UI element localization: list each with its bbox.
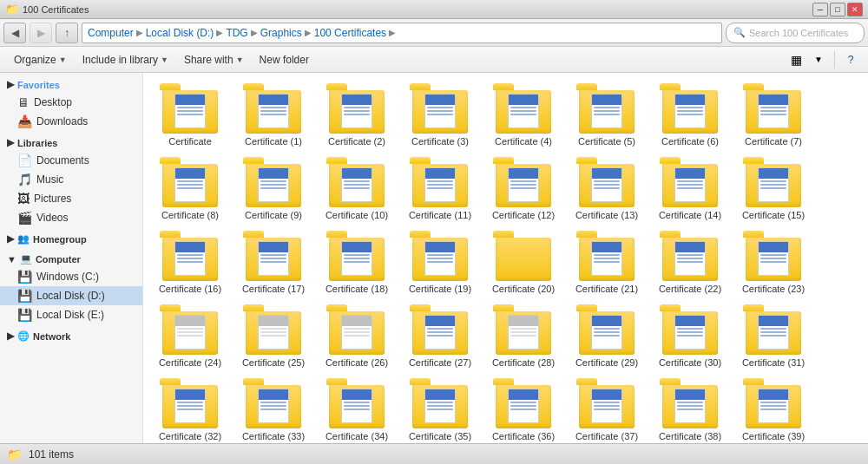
sidebar-favorites-header[interactable]: ▶ Favorites [0, 76, 142, 93]
folder-item[interactable]: Certificate (20) [483, 227, 563, 297]
view-toggle-button[interactable]: ▦ [786, 49, 806, 70]
folder-item[interactable]: Certificate (38) [650, 375, 730, 443]
folder-item[interactable]: Certificate (31) [733, 301, 813, 371]
sidebar-item-documents[interactable]: 📄 Documents [0, 151, 142, 170]
folder-item[interactable]: Certificate (29) [567, 301, 647, 371]
folder-label: Certificate (21) [569, 284, 645, 294]
folder-item[interactable]: Certificate (12) [483, 154, 563, 224]
folder-icon [326, 378, 387, 428]
folder-item[interactable]: Certificate (22) [650, 227, 730, 297]
folder-item[interactable]: Certificate (17) [233, 227, 313, 297]
folder-item[interactable]: Certificate (11) [400, 154, 480, 224]
folder-item[interactable]: Certificate (8) [150, 154, 230, 224]
folder-icon [160, 157, 220, 207]
folder-item[interactable]: Certificate (1) [233, 80, 313, 150]
title-bar-left: 📁 100 Certificates [5, 3, 89, 16]
folder-item[interactable]: Certificate (28) [483, 301, 563, 371]
folder-item[interactable]: Certificate (33) [233, 375, 313, 443]
folder-icon [493, 304, 554, 355]
sidebar-item-localdisk-d[interactable]: 💾 Local Disk (D:) [0, 286, 142, 305]
sidebar-item-music[interactable]: 🎵 Music [0, 170, 142, 189]
folder-item[interactable]: Certificate (13) [567, 154, 647, 224]
folder-icon [243, 231, 304, 281]
folder-item[interactable]: Certificate (3) [400, 80, 480, 150]
sidebar-section-libraries: ▶ Libraries 📄 Documents 🎵 Music 🖼 Pictur… [0, 134, 142, 227]
folder-label: Certificate (25) [235, 357, 312, 368]
folder-icon [243, 378, 304, 428]
breadcrumb[interactable]: Computer ▶ Local Disk (D:) ▶ TDG ▶ Graph… [82, 23, 722, 43]
view-options-button[interactable]: ▼ [808, 49, 829, 70]
folder-icon [410, 304, 470, 355]
sidebar-item-pictures[interactable]: 🖼 Pictures [0, 189, 142, 208]
forward-button[interactable]: ▶ [30, 23, 52, 43]
folder-icon [160, 231, 220, 281]
folder-label: Certificate (27) [402, 357, 478, 368]
folder-item[interactable]: Certificate (5) [567, 80, 647, 150]
folder-item[interactable]: Certificate (26) [317, 301, 397, 371]
toolbar: Organize ▼ Include in library ▼ Share wi… [0, 47, 868, 73]
folder-icon [410, 157, 470, 207]
sidebar-item-downloads[interactable]: 📥 Downloads [0, 112, 142, 131]
folder-item[interactable]: Certificate (32) [150, 375, 230, 443]
folder-item[interactable]: Certificate (25) [233, 301, 313, 371]
folder-icon [493, 231, 554, 281]
folder-item[interactable]: Certificate (6) [650, 80, 730, 150]
include-in-library-button[interactable]: Include in library ▼ [76, 49, 175, 70]
help-button[interactable]: ? [840, 49, 861, 70]
folder-item[interactable]: Certificate (30) [650, 301, 730, 371]
doc-inside [424, 167, 456, 202]
folder-item[interactable]: Certificate (19) [400, 227, 480, 297]
folder-item[interactable]: Certificate (21) [567, 227, 647, 297]
breadcrumb-tdg[interactable]: TDG [226, 27, 247, 39]
folder-item[interactable]: Certificate (7) [733, 80, 813, 150]
folder-item[interactable]: Certificate (36) [483, 375, 563, 443]
breadcrumb-localdisk-d[interactable]: Local Disk (D:) [146, 27, 214, 39]
organize-button[interactable]: Organize ▼ [7, 49, 74, 70]
doc-inside [508, 389, 539, 423]
folder-item[interactable]: Certificate (35) [400, 375, 480, 443]
folder-item[interactable]: Certificate (9) [233, 154, 313, 224]
folder-item[interactable]: Certificate (27) [400, 301, 480, 371]
folder-item[interactable]: Certificate (34) [317, 375, 397, 443]
doc-inside [258, 241, 289, 276]
share-with-button[interactable]: Share with ▼ [177, 49, 251, 70]
breadcrumb-computer[interactable]: Computer [88, 27, 134, 39]
folder-item[interactable]: Certificate (10) [317, 154, 397, 224]
sidebar-homegroup-icon: 👥 [17, 233, 30, 245]
file-area[interactable]: CertificateCertificate (1)Certificate (2… [143, 73, 868, 443]
folder-label: Certificate (12) [485, 210, 562, 220]
folder-item[interactable]: Certificate (4) [483, 80, 563, 150]
folder-item[interactable]: Certificate (16) [150, 227, 230, 297]
folder-label: Certificate (4) [485, 136, 562, 147]
folder-item[interactable]: Certificate (18) [317, 227, 397, 297]
minimize-button[interactable]: ─ [812, 3, 828, 16]
sidebar-computer-header[interactable]: ▼ 💻 Computer [0, 251, 142, 267]
folder-item[interactable]: Certificate (14) [650, 154, 730, 224]
up-button[interactable]: ↑ [56, 23, 78, 43]
close-button[interactable]: ✕ [847, 3, 863, 16]
sidebar-network-header[interactable]: ▶ 🌐 Network [0, 328, 142, 344]
sidebar-homegroup-header[interactable]: ▶ 👥 Homegroup [0, 231, 142, 247]
folder-item[interactable]: Certificate (15) [733, 154, 813, 224]
sidebar-item-localdisk-e[interactable]: 💾 Local Disk (E:) [0, 305, 142, 324]
folder-item[interactable]: Certificate (2) [317, 80, 397, 150]
folder-item[interactable]: Certificate (23) [733, 227, 813, 297]
back-button[interactable]: ◀ [3, 23, 26, 43]
folder-icon [493, 157, 554, 207]
folder-item[interactable]: Certificate (39) [733, 375, 813, 443]
sidebar-item-windows-c[interactable]: 💾 Windows (C:) [0, 267, 142, 286]
maximize-button[interactable]: □ [830, 3, 845, 16]
new-folder-button[interactable]: New folder [253, 49, 316, 70]
breadcrumb-graphics[interactable]: Graphics [260, 27, 302, 39]
sidebar-homegroup-label: Homegroup [33, 234, 87, 245]
folder-label: Certificate [152, 136, 228, 147]
folder-item[interactable]: Certificate [150, 80, 230, 150]
sidebar-item-videos[interactable]: 🎬 Videos [0, 208, 142, 227]
folder-item[interactable]: Certificate (24) [150, 301, 230, 371]
sidebar-item-desktop[interactable]: 🖥 Desktop [0, 93, 142, 112]
desktop-icon: 🖥 [17, 95, 30, 109]
sidebar-libraries-header[interactable]: ▶ Libraries [0, 134, 142, 151]
folder-item[interactable]: Certificate (37) [567, 375, 647, 443]
search-box[interactable]: 🔍 Search 100 Certificates [726, 23, 865, 43]
doc-inside [174, 94, 206, 128]
